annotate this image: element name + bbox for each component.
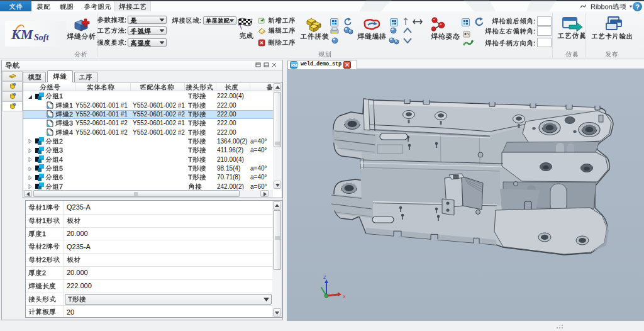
svg-text:KM: KM [11,26,34,42]
svg-text:KM: KM [291,64,297,67]
svg-text:X: X [343,295,346,299]
svg-text:Soft: Soft [34,33,49,42]
svg-text:Z: Z [323,275,326,279]
